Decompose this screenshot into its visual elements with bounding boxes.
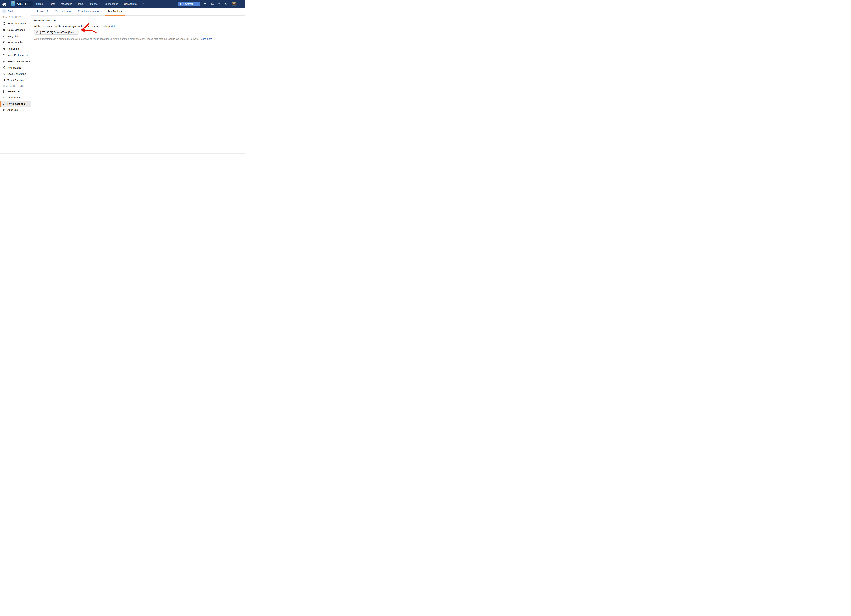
sidebar-item-portal-settings[interactable]: Portal Settings <box>0 101 31 107</box>
sidebar-item-label: Social Channels <box>8 28 26 31</box>
person-badge-icon <box>3 72 6 75</box>
brand-settings-header: BRAND SETTINGS <box>0 16 31 18</box>
timezone-note: All the timestamps in a selected brand w… <box>34 37 245 40</box>
back-label: Back <box>8 10 14 13</box>
brand-logo: Zylker Travels <box>11 1 15 6</box>
brand-name: Zylker T... <box>17 3 28 6</box>
sidebar-item-label: Audit Log <box>8 108 18 111</box>
ticket-icon <box>3 79 6 82</box>
plus-icon <box>179 3 182 5</box>
sidebar-item-all-members[interactable]: All Members <box>0 94 31 101</box>
apps-grid-icon[interactable] <box>240 2 244 6</box>
nav-item-monitor[interactable]: Monitor <box>90 3 98 5</box>
sidebar-item-preference[interactable]: Preference <box>0 88 31 94</box>
share-network-icon <box>3 28 6 31</box>
plug-icon <box>3 35 6 37</box>
timezone-value: (UTC -05:00) Eastern Time (America/Ne... <box>40 31 74 33</box>
notifications-bell-icon[interactable] <box>211 2 214 6</box>
sliders-icon <box>3 90 6 93</box>
window-bottom-edge <box>0 153 245 154</box>
tab-my-settings[interactable]: My Settings <box>108 8 122 15</box>
note-text: All the timestamps in a selected brand w… <box>34 37 199 40</box>
top-navbar: Zylker Travels Zylker T... Home Posts Me… <box>0 0 245 8</box>
sidebar-item-publishing[interactable]: Publishing <box>0 46 31 52</box>
main-panel: Portal Info Customization Email Authenti… <box>31 8 245 153</box>
sidebar-item-notifications[interactable]: Notifications <box>0 64 31 71</box>
announcement-megaphone-icon[interactable] <box>225 2 228 6</box>
paper-plane-icon <box>3 47 6 50</box>
chevron-down-icon <box>29 3 31 5</box>
key-icon <box>3 60 6 63</box>
sidebar-item-inbox-preferences[interactable]: Inbox Preferences <box>0 52 31 58</box>
nav-item-connections[interactable]: Connections <box>104 3 118 5</box>
sidebar-item-label: Brand Members <box>8 41 25 44</box>
feeds-list-icon[interactable] <box>204 2 207 6</box>
magic-wand-icon <box>3 102 6 105</box>
people-icon <box>3 96 6 99</box>
sidebar-item-label: Portal Settings <box>8 102 25 105</box>
tab-portal-info[interactable]: Portal Info <box>37 8 50 15</box>
info-icon <box>3 22 6 25</box>
nav-item-inbox[interactable]: Inbox <box>78 3 84 5</box>
app-window: Zylker Travels Zylker T... Home Posts Me… <box>0 0 245 154</box>
sidebar-item-audit-log[interactable]: Audit Log <box>0 107 31 113</box>
sidebar-item-label: All Members <box>8 96 21 99</box>
sidebar-item-lead-generation[interactable]: Lead Generation <box>0 71 31 77</box>
people-icon <box>3 41 6 44</box>
brand-logo-text-2: Travels <box>11 4 15 6</box>
settings-gear-icon[interactable] <box>218 2 221 6</box>
sidebar-item-label: Lead Generation <box>8 73 26 75</box>
sidebar-item-brand-information[interactable]: Brand Information <box>0 20 31 27</box>
sidebar-item-brand-members[interactable]: Brand Members <box>0 39 31 46</box>
sidebar-item-integrations[interactable]: Integrations <box>0 33 31 39</box>
bell-icon <box>3 66 6 69</box>
nav-item-collaborate[interactable]: Collaborate <box>124 3 137 5</box>
sidebar-item-label: Publishing <box>8 48 19 50</box>
learn-more-link[interactable]: Learn more <box>200 37 212 40</box>
new-post-button[interactable]: New Post <box>177 1 200 6</box>
new-post-dropdown-icon[interactable] <box>195 3 200 5</box>
sidebar-item-ticket-creation[interactable]: Ticket Creation <box>0 77 31 83</box>
user-avatar[interactable] <box>232 1 237 6</box>
sidebar-item-label: Notifications <box>8 66 21 69</box>
sidebar-item-label: Ticket Creation <box>8 79 24 82</box>
sidebar-item-label: Preference <box>8 90 20 93</box>
chevron-down-icon <box>75 31 77 33</box>
main-nav-menu: Home Posts Messages Inbox Monitor Connec… <box>36 0 144 8</box>
brand-settings-list: Brand Information Social Channels Integr… <box>0 20 31 83</box>
sidebar-item-label: Integrations <box>8 35 20 37</box>
navbar-left: Zylker Travels Zylker T... <box>0 0 33 8</box>
tab-customization[interactable]: Customization <box>55 8 72 15</box>
envelope-icon <box>3 54 6 57</box>
general-settings-list: Preference All Members Portal Settings A… <box>0 88 31 113</box>
globe-icon <box>36 31 39 33</box>
zoho-social-logo-icon[interactable] <box>2 2 7 6</box>
navbar-right: New Post <box>177 0 244 8</box>
new-post-label: New Post <box>183 3 193 5</box>
sidebar-item-label: Inbox Preferences <box>8 54 27 57</box>
back-button[interactable]: Back <box>2 9 18 13</box>
back-arrow-icon <box>2 9 6 13</box>
nav-item-posts[interactable]: Posts <box>49 3 55 5</box>
settings-sidebar: Back BRAND SETTINGS Brand Information So… <box>0 8 31 150</box>
nav-item-messages[interactable]: Messages <box>61 3 72 5</box>
sidebar-item-roles-permissions[interactable]: Roles & Permissions <box>0 58 31 64</box>
brand-selector[interactable]: Zylker Travels Zylker T... <box>11 1 33 6</box>
my-settings-content: Primary Time Zone All the timestamps wil… <box>31 16 245 40</box>
tab-email-authentication[interactable]: Email Authentication <box>78 8 102 15</box>
settings-tabs: Portal Info Customization Email Authenti… <box>31 8 245 16</box>
sidebar-item-label: Brand Information <box>8 22 27 25</box>
timezone-dropdown[interactable]: (UTC -05:00) Eastern Time (America/Ne... <box>34 30 79 34</box>
route-icon <box>3 108 6 111</box>
more-menu-icon[interactable] <box>141 3 144 5</box>
sidebar-item-label: Roles & Permissions <box>8 60 30 63</box>
page-title: Primary Time Zone <box>34 19 245 22</box>
general-settings-header: GENERAL SETTINGS <box>0 85 31 87</box>
timezone-description: All the timestamps will be shown to you … <box>34 25 245 27</box>
sidebar-item-social-channels[interactable]: Social Channels <box>0 27 31 33</box>
nav-item-home[interactable]: Home <box>36 3 43 5</box>
